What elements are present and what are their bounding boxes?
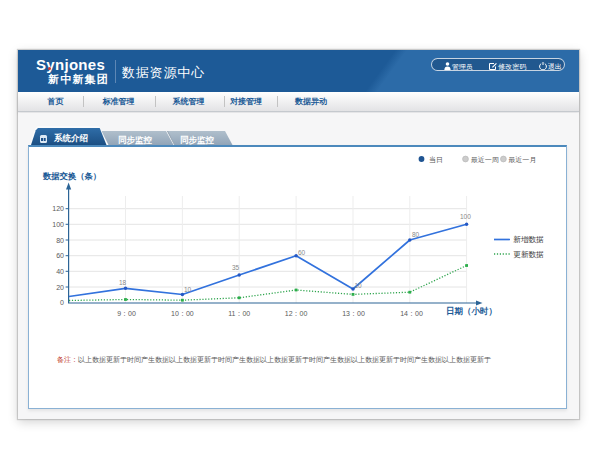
- svg-text:35: 35: [232, 264, 240, 271]
- svg-text:9：00: 9：00: [117, 310, 136, 317]
- svg-text:最近一月: 最近一月: [508, 156, 536, 164]
- svg-text:11：00: 11：00: [228, 310, 250, 317]
- svg-text:10: 10: [184, 286, 192, 293]
- svg-text:最近一周: 最近一周: [471, 156, 499, 163]
- svg-text:0: 0: [60, 299, 64, 306]
- svg-text:13：00: 13：00: [342, 310, 365, 317]
- svg-text:10: 10: [355, 282, 363, 289]
- svg-text:20: 20: [56, 284, 64, 291]
- svg-text:当日: 当日: [429, 156, 443, 164]
- svg-text:10：00: 10：00: [171, 310, 194, 317]
- svg-text:日期（小时）: 日期（小时）: [446, 306, 497, 316]
- svg-text:60: 60: [298, 249, 306, 256]
- svg-text:12：00: 12：00: [285, 310, 308, 317]
- svg-text:80: 80: [412, 231, 420, 238]
- svg-text:更新数据: 更新数据: [513, 250, 544, 259]
- svg-text:120: 120: [52, 205, 64, 212]
- svg-text:60: 60: [56, 252, 64, 259]
- svg-text:数据交换（条）: 数据交换（条）: [42, 171, 101, 181]
- svg-text:新增数据: 新增数据: [513, 235, 544, 244]
- svg-text:40: 40: [56, 268, 64, 275]
- svg-text:14：00: 14：00: [400, 310, 423, 317]
- svg-text:80: 80: [56, 237, 64, 244]
- svg-text:100: 100: [460, 213, 471, 220]
- svg-text:100: 100: [52, 221, 64, 228]
- svg-text:18: 18: [119, 279, 127, 286]
